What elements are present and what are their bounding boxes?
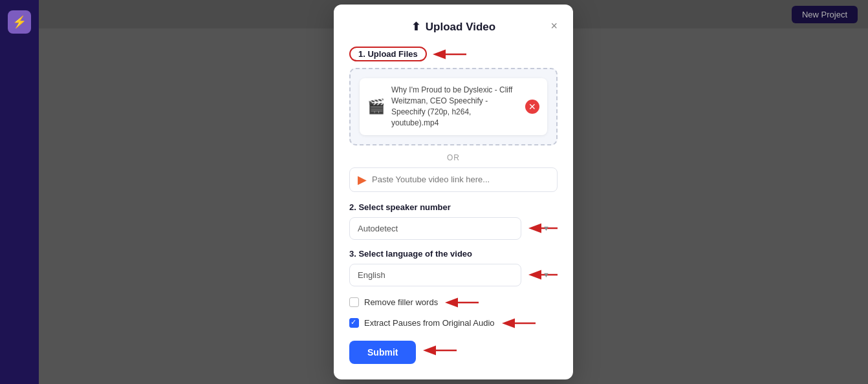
extract-pauses-row: Extract Pauses from Original Audio [349, 316, 558, 330]
or-divider: OR [349, 153, 558, 162]
file-remove-button[interactable]: ✕ [525, 100, 539, 114]
modal-close-button[interactable]: × [550, 20, 558, 32]
remove-filler-checkbox[interactable] [349, 297, 359, 307]
remove-filler-label: Remove filler words [364, 297, 438, 307]
language-select-wrap: English Spanish French German Italian ▼ [349, 264, 558, 286]
language-select[interactable]: English Spanish French German Italian [349, 264, 521, 286]
speaker-select[interactable]: Autodetect 1 2 3 4 [349, 217, 521, 240]
submit-arrow [421, 343, 460, 357]
modal-title: ⬆ Upload Video [411, 20, 495, 34]
step2-label: 2. Select speaker number [349, 202, 558, 212]
file-name: Why I'm Proud to be Dyslexic - Cliff Wei… [391, 85, 519, 128]
modal-overlay: ⬆ Upload Video × 1. Upload Files 🎬 [39, 0, 868, 384]
extract-pauses-label: Extract Pauses from Original Audio [364, 318, 495, 328]
remove-filler-row: Remove filler words [349, 295, 558, 310]
file-item: 🎬 Why I'm Proud to be Dyslexic - Cliff W… [360, 78, 547, 134]
submit-button[interactable]: Submit [349, 341, 416, 364]
modal-header: ⬆ Upload Video × [349, 20, 558, 34]
logo-icon: ⚡ [12, 15, 27, 29]
modal-title-text: Upload Video [426, 21, 495, 34]
cloud-upload-icon: ⬆ [411, 20, 420, 34]
youtube-input-wrap[interactable]: ▶ [349, 167, 558, 192]
step3-label: 3. Select language of the video [349, 249, 558, 259]
speaker-select-wrap: Autodetect 1 2 3 4 ▼ [349, 217, 558, 240]
youtube-icon: ▶ [358, 173, 367, 187]
sidebar: ⚡ [0, 0, 39, 384]
file-video-icon: 🎬 [367, 98, 385, 115]
upload-video-modal: ⬆ Upload Video × 1. Upload Files 🎬 [334, 5, 573, 379]
submit-row: Submit [349, 337, 558, 364]
youtube-input[interactable] [372, 175, 549, 184]
file-drop-zone[interactable]: 🎬 Why I'm Proud to be Dyslexic - Cliff W… [349, 68, 558, 145]
language-arrow [526, 268, 558, 282]
filler-arrow [443, 295, 482, 310]
pauses-arrow [500, 316, 539, 330]
speaker-arrow [526, 221, 558, 235]
extract-pauses-checkbox[interactable] [349, 318, 359, 328]
step1-arrow [431, 47, 470, 61]
step1-circled-label: 1. Upload Files [349, 47, 427, 61]
step1-label: 1. Upload Files [349, 47, 558, 61]
sidebar-logo[interactable]: ⚡ [8, 10, 31, 34]
